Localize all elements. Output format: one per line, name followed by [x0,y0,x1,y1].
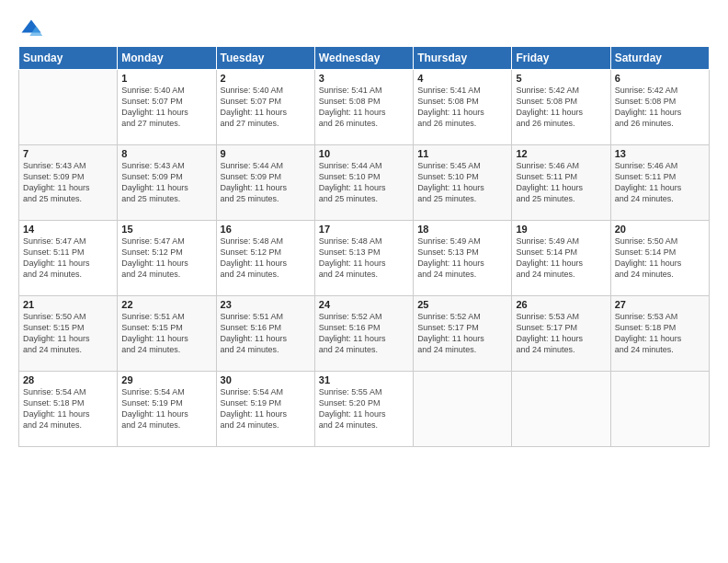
day-info: Sunrise: 5:44 AM Sunset: 5:10 PM Dayligh… [319,160,409,205]
day-number: 29 [121,374,211,385]
day-cell: 31Sunrise: 5:55 AM Sunset: 5:20 PM Dayli… [314,372,413,447]
day-number: 1 [121,73,211,84]
day-cell: 4Sunrise: 5:41 AM Sunset: 5:08 PM Daylig… [414,70,512,145]
header-row: SundayMondayTuesdayWednesdayThursdayFrid… [19,47,710,70]
day-cell: 5Sunrise: 5:42 AM Sunset: 5:08 PM Daylig… [512,70,610,145]
day-cell: 6Sunrise: 5:42 AM Sunset: 5:08 PM Daylig… [610,70,709,145]
day-info: Sunrise: 5:43 AM Sunset: 5:09 PM Dayligh… [23,160,113,205]
day-number: 24 [319,299,409,310]
day-info: Sunrise: 5:51 AM Sunset: 5:15 PM Dayligh… [121,311,211,356]
day-cell [610,372,709,447]
day-info: Sunrise: 5:49 AM Sunset: 5:13 PM Dayligh… [417,236,507,281]
day-info: Sunrise: 5:50 AM Sunset: 5:15 PM Dayligh… [23,311,113,356]
day-number: 3 [319,73,409,84]
day-info: Sunrise: 5:42 AM Sunset: 5:08 PM Dayligh… [516,85,606,130]
day-info: Sunrise: 5:46 AM Sunset: 5:11 PM Dayligh… [516,160,606,205]
day-cell [414,372,512,447]
day-number: 10 [319,148,409,159]
day-number: 11 [417,148,507,159]
day-cell: 25Sunrise: 5:52 AM Sunset: 5:17 PM Dayli… [414,296,512,372]
day-cell: 17Sunrise: 5:48 AM Sunset: 5:13 PM Dayli… [314,221,413,296]
day-cell: 27Sunrise: 5:53 AM Sunset: 5:18 PM Dayli… [610,296,709,372]
day-number: 18 [417,224,507,235]
day-cell: 23Sunrise: 5:51 AM Sunset: 5:16 PM Dayli… [216,296,314,372]
day-cell: 20Sunrise: 5:50 AM Sunset: 5:14 PM Dayli… [610,221,709,296]
day-cell [19,70,118,145]
day-cell: 18Sunrise: 5:49 AM Sunset: 5:13 PM Dayli… [414,221,512,296]
day-info: Sunrise: 5:48 AM Sunset: 5:12 PM Dayligh… [221,236,311,281]
week-row-2: 14Sunrise: 5:47 AM Sunset: 5:11 PM Dayli… [19,221,710,296]
day-number: 28 [23,374,113,385]
day-cell: 8Sunrise: 5:43 AM Sunset: 5:09 PM Daylig… [118,145,216,221]
day-cell: 30Sunrise: 5:54 AM Sunset: 5:19 PM Dayli… [216,372,314,447]
day-cell: 11Sunrise: 5:45 AM Sunset: 5:10 PM Dayli… [414,145,512,221]
day-cell: 29Sunrise: 5:54 AM Sunset: 5:19 PM Dayli… [118,372,216,447]
day-cell: 14Sunrise: 5:47 AM Sunset: 5:11 PM Dayli… [19,221,118,296]
day-number: 23 [221,299,311,310]
day-cell: 26Sunrise: 5:53 AM Sunset: 5:17 PM Dayli… [512,296,610,372]
day-number: 9 [221,148,311,159]
day-number: 7 [23,148,113,159]
day-cell: 3Sunrise: 5:41 AM Sunset: 5:08 PM Daylig… [314,70,413,145]
day-number: 8 [121,148,211,159]
day-info: Sunrise: 5:54 AM Sunset: 5:19 PM Dayligh… [221,386,311,431]
day-cell: 1Sunrise: 5:40 AM Sunset: 5:07 PM Daylig… [118,70,216,145]
day-info: Sunrise: 5:50 AM Sunset: 5:14 PM Dayligh… [615,236,705,281]
day-info: Sunrise: 5:46 AM Sunset: 5:11 PM Dayligh… [615,160,705,205]
day-info: Sunrise: 5:43 AM Sunset: 5:09 PM Dayligh… [121,160,211,205]
day-cell: 12Sunrise: 5:46 AM Sunset: 5:11 PM Dayli… [512,145,610,221]
day-cell: 28Sunrise: 5:54 AM Sunset: 5:18 PM Dayli… [19,372,118,447]
day-number: 13 [615,148,705,159]
header-cell-monday: Monday [118,47,216,70]
day-number: 4 [417,73,507,84]
day-info: Sunrise: 5:53 AM Sunset: 5:17 PM Dayligh… [516,311,606,356]
day-cell: 21Sunrise: 5:50 AM Sunset: 5:15 PM Dayli… [19,296,118,372]
day-number: 6 [615,73,705,84]
day-cell: 15Sunrise: 5:47 AM Sunset: 5:12 PM Dayli… [118,221,216,296]
day-number: 27 [615,299,705,310]
day-info: Sunrise: 5:47 AM Sunset: 5:12 PM Dayligh… [121,236,211,281]
day-cell: 24Sunrise: 5:52 AM Sunset: 5:16 PM Dayli… [314,296,413,372]
day-info: Sunrise: 5:41 AM Sunset: 5:08 PM Dayligh… [417,85,507,130]
logo [18,17,48,42]
day-info: Sunrise: 5:52 AM Sunset: 5:16 PM Dayligh… [319,311,409,356]
week-row-3: 21Sunrise: 5:50 AM Sunset: 5:15 PM Dayli… [19,296,710,372]
day-info: Sunrise: 5:40 AM Sunset: 5:07 PM Dayligh… [121,85,211,130]
day-number: 19 [516,224,606,235]
day-cell: 2Sunrise: 5:40 AM Sunset: 5:07 PM Daylig… [216,70,314,145]
day-info: Sunrise: 5:45 AM Sunset: 5:10 PM Dayligh… [417,160,507,205]
day-number: 15 [121,224,211,235]
day-info: Sunrise: 5:54 AM Sunset: 5:18 PM Dayligh… [23,386,113,431]
day-cell: 22Sunrise: 5:51 AM Sunset: 5:15 PM Dayli… [118,296,216,372]
header-cell-saturday: Saturday [610,47,709,70]
day-info: Sunrise: 5:53 AM Sunset: 5:18 PM Dayligh… [615,311,705,356]
calendar-header: SundayMondayTuesdayWednesdayThursdayFrid… [19,47,710,70]
day-cell: 13Sunrise: 5:46 AM Sunset: 5:11 PM Dayli… [610,145,709,221]
day-info: Sunrise: 5:40 AM Sunset: 5:07 PM Dayligh… [221,85,311,130]
day-number: 14 [23,224,113,235]
week-row-1: 7Sunrise: 5:43 AM Sunset: 5:09 PM Daylig… [19,145,710,221]
day-number: 20 [615,224,705,235]
day-cell: 9Sunrise: 5:44 AM Sunset: 5:09 PM Daylig… [216,145,314,221]
day-info: Sunrise: 5:42 AM Sunset: 5:08 PM Dayligh… [615,85,705,130]
day-cell: 10Sunrise: 5:44 AM Sunset: 5:10 PM Dayli… [314,145,413,221]
calendar-table: SundayMondayTuesdayWednesdayThursdayFrid… [18,46,710,447]
calendar-body: 1Sunrise: 5:40 AM Sunset: 5:07 PM Daylig… [19,70,710,447]
header-cell-wednesday: Wednesday [314,47,413,70]
logo-icon [18,17,44,42]
day-number: 12 [516,148,606,159]
day-info: Sunrise: 5:55 AM Sunset: 5:20 PM Dayligh… [319,386,409,431]
calendar-page: SundayMondayTuesdayWednesdayThursdayFrid… [0,0,728,563]
day-info: Sunrise: 5:49 AM Sunset: 5:14 PM Dayligh… [516,236,606,281]
header-cell-tuesday: Tuesday [216,47,314,70]
day-cell: 7Sunrise: 5:43 AM Sunset: 5:09 PM Daylig… [19,145,118,221]
week-row-4: 28Sunrise: 5:54 AM Sunset: 5:18 PM Dayli… [19,372,710,447]
day-info: Sunrise: 5:51 AM Sunset: 5:16 PM Dayligh… [221,311,311,356]
header [18,17,710,42]
header-cell-friday: Friday [512,47,610,70]
day-info: Sunrise: 5:41 AM Sunset: 5:08 PM Dayligh… [319,85,409,130]
day-info: Sunrise: 5:47 AM Sunset: 5:11 PM Dayligh… [23,236,113,281]
day-info: Sunrise: 5:52 AM Sunset: 5:17 PM Dayligh… [417,311,507,356]
day-cell [512,372,610,447]
day-cell: 19Sunrise: 5:49 AM Sunset: 5:14 PM Dayli… [512,221,610,296]
